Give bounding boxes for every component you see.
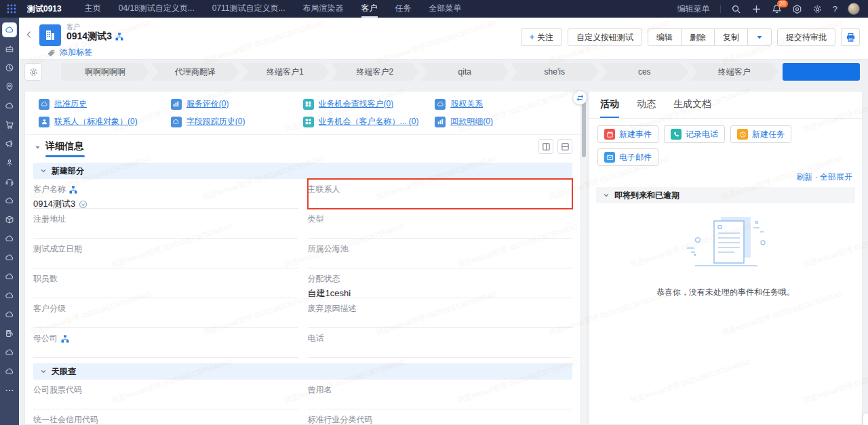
topbar-menu-item[interactable]: 全部菜单	[429, 0, 462, 18]
field-cell[interactable]: 客户名称0914测试3	[33, 179, 298, 209]
section-header[interactable]: 新建部分	[33, 163, 572, 179]
clock-action-button[interactable]: 新建任务	[730, 125, 791, 143]
upcoming-group-bar[interactable]: 即将到来和已逾期	[596, 187, 855, 203]
sidebar-item-megaphone-6[interactable]	[3, 137, 16, 150]
mail-action-button[interactable]: 电子邮件	[597, 148, 658, 166]
stage-step[interactable]: 啊啊啊啊啊	[61, 63, 150, 81]
related-link[interactable]: 字段跟踪历史(0)	[186, 116, 245, 127]
related-link[interactable]: 股权关系	[450, 98, 483, 110]
field-cell[interactable]: 类型	[308, 209, 573, 239]
sidebar-item-cloud-11[interactable]	[3, 232, 16, 245]
collapse-caret-icon[interactable]	[35, 143, 41, 149]
add-tag-link[interactable]: 添加标签	[60, 47, 92, 58]
field-highlighted[interactable]: 主联系人	[308, 179, 573, 209]
refresh-expand-link[interactable]: 刷新 · 全部展开	[796, 172, 852, 182]
stage-step[interactable]: 终端客户2	[331, 63, 420, 81]
sidebar-item-cloud-12[interactable]	[3, 251, 16, 264]
settings-gear-icon[interactable]	[812, 4, 823, 14]
sidebar-item-headset-8[interactable]	[3, 175, 16, 188]
topbar-menu-item[interactable]: 任务	[395, 0, 412, 18]
stage-settings-button[interactable]	[24, 63, 42, 81]
scrollbar-thumb[interactable]	[582, 102, 586, 157]
stage-step[interactable]: ces	[600, 63, 689, 81]
sidebar-item-more-19[interactable]	[3, 384, 16, 397]
topbar-menu-item[interactable]: 主页	[85, 0, 101, 18]
related-link[interactable]: 批准历史	[54, 98, 87, 110]
sidebar-item-box-10[interactable]	[3, 213, 16, 226]
field-cell[interactable]: 注册地址	[33, 209, 298, 239]
stage-step[interactable]: 终端客户1	[241, 63, 330, 81]
hierarchy-icon[interactable]	[69, 186, 77, 194]
sidebar-item-cloud-13[interactable]	[3, 270, 16, 283]
row-view-button[interactable]	[557, 139, 572, 154]
field-cell[interactable]: 客户分级	[33, 298, 298, 328]
sidebar-item-cart-5[interactable]	[3, 118, 16, 131]
sidebar-item-cloud-17[interactable]	[3, 346, 16, 359]
stage-step[interactable]: qita	[420, 63, 509, 81]
sidebar-item-cloud-18[interactable]	[3, 365, 16, 378]
field-cell[interactable]: 标准行业分类代码	[308, 409, 573, 425]
more-actions-button[interactable]	[747, 28, 772, 46]
topbar-menu-item[interactable]: 客户	[361, 0, 378, 18]
sidebar-item-radio-1[interactable]	[3, 42, 16, 56]
custom-test-button[interactable]: 自定义按钮测试	[568, 28, 642, 46]
related-link[interactable]: 业务机会（客户名称）... (0)	[319, 116, 419, 127]
field-cell[interactable]: 公司股票代码	[33, 380, 298, 409]
search-icon[interactable]	[731, 4, 741, 14]
topbar-menu-item[interactable]: 04/18测试自定义页...	[119, 0, 195, 18]
notifications-bell-icon[interactable]: 28	[772, 4, 782, 14]
submit-approval-button[interactable]: 提交待审批	[777, 28, 835, 46]
field-cell[interactable]: 母公司	[33, 328, 298, 358]
help-icon[interactable]: ?	[833, 4, 837, 14]
related-link[interactable]: 服务评价(0)	[186, 98, 229, 110]
copy-button[interactable]: 复制	[714, 28, 748, 46]
calendar-action-button[interactable]: 新建事件	[597, 125, 658, 143]
edit-button[interactable]: 编辑	[648, 28, 682, 46]
related-link[interactable]: 业务机会查找客户(0)	[319, 98, 394, 110]
sidebar-item-cloud-9[interactable]	[3, 194, 16, 207]
stage-step[interactable]: she'is	[511, 63, 599, 81]
field-cell[interactable]: 废弃原因描述	[308, 298, 573, 328]
field-cell[interactable]: 电话	[308, 328, 573, 358]
sidebar-item-pin-3[interactable]	[3, 80, 16, 94]
section-header[interactable]: 天眼查	[33, 363, 572, 380]
topbar-menu-item[interactable]: 布局渲染器	[303, 0, 344, 18]
related-link[interactable]: 联系人（标准对象）(0)	[54, 116, 138, 127]
related-link[interactable]: 回款明细(0)	[450, 116, 493, 127]
back-to-top-button[interactable]	[863, 413, 868, 425]
field-cell[interactable]: 分配状态自建1ceshi	[308, 268, 573, 298]
sidebar-item-pump-16[interactable]	[3, 327, 16, 340]
panel-swap-button[interactable]	[572, 90, 587, 105]
back-icon[interactable]	[24, 30, 37, 42]
edit-menu-button[interactable]: 编辑菜单	[677, 3, 710, 15]
phone-action-button[interactable]: 记录电话	[664, 125, 725, 143]
follow-button[interactable]: +关注	[521, 28, 562, 46]
hierarchy-icon[interactable]	[61, 335, 69, 343]
delete-button[interactable]: 删除	[681, 28, 715, 46]
sidebar-item-cloud-14[interactable]	[3, 289, 16, 302]
field-cell[interactable]: 统一社会信用代码	[33, 409, 298, 425]
stage-action-button[interactable]	[783, 63, 860, 81]
field-cell[interactable]: 所属公海池	[308, 239, 573, 268]
field-cell[interactable]: 测试成立日期	[33, 239, 298, 268]
circlev-icon[interactable]	[79, 200, 87, 209]
detail-scrollbar[interactable]	[582, 91, 586, 425]
activity-tab[interactable]: 动态	[637, 98, 656, 118]
field-cell[interactable]: 职员数	[33, 268, 298, 298]
hierarchy-icon[interactable]	[115, 33, 123, 41]
column-view-button[interactable]	[538, 139, 553, 154]
print-button[interactable]	[841, 28, 860, 46]
sidebar-item-pie-2[interactable]	[3, 61, 16, 75]
service-hub-icon[interactable]	[792, 4, 802, 14]
stage-step[interactable]: 代理商翻译	[151, 63, 240, 81]
app-launcher-icon[interactable]	[7, 4, 16, 14]
sidebar-item-cloud-15[interactable]	[3, 308, 16, 321]
stage-step[interactable]: 终端客户	[690, 63, 779, 81]
sidebar-item-personpin-7[interactable]	[3, 156, 16, 169]
sidebar-item-cloud-0[interactable]	[3, 23, 16, 37]
add-icon[interactable]	[751, 4, 762, 14]
activity-tab[interactable]: 生成文档	[673, 98, 711, 118]
detail-tab[interactable]: 详细信息	[45, 140, 83, 153]
activity-tab[interactable]: 活动	[600, 98, 619, 118]
user-avatar[interactable]	[848, 3, 860, 15]
